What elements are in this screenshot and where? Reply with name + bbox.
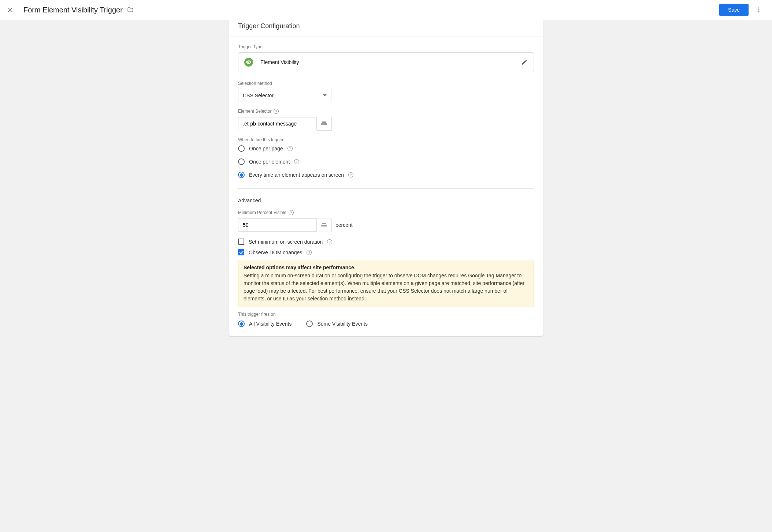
page-title: Form Element Visibility Trigger (23, 6, 123, 14)
performance-warning: Selected options may affect site perform… (238, 260, 534, 307)
radio-input[interactable] (238, 321, 245, 327)
header-right: Save (719, 3, 766, 17)
content-wrapper: Trigger Configuration Trigger Type Eleme… (0, 20, 772, 351)
svg-rect-7 (325, 123, 327, 125)
element-selector-input[interactable] (238, 117, 317, 130)
svg-rect-8 (322, 121, 324, 123)
help-icon[interactable]: ? (348, 172, 353, 177)
fires-on-label: This trigger fires on (238, 312, 534, 317)
brick-icon (321, 223, 327, 227)
selection-method-value: CSS Selector (243, 93, 274, 98)
header-bar: Form Element Visibility Trigger Save (0, 0, 772, 20)
divider (238, 188, 534, 189)
trigger-type-label: Trigger Type (238, 44, 534, 49)
folder-icon[interactable] (127, 7, 134, 13)
card-header: Trigger Configuration (229, 20, 543, 37)
card-body: Trigger Type Element Visibility Selectio… (229, 37, 543, 336)
radio-input[interactable] (238, 172, 245, 178)
svg-point-4 (758, 11, 760, 12)
radio-once-per-page[interactable]: Once per page ? (238, 145, 534, 152)
svg-rect-14 (324, 223, 326, 224)
visibility-icon (244, 58, 253, 67)
advanced-title: Advanced (238, 198, 534, 203)
brick-icon (321, 121, 327, 126)
pencil-icon (521, 59, 528, 65)
help-icon[interactable]: ? (307, 250, 312, 255)
help-icon[interactable]: ? (327, 239, 332, 244)
selection-method-label: Selection Method (238, 81, 534, 86)
min-percent-input[interactable] (238, 218, 317, 232)
fires-on-radio-group: All Visibility Events Some Visibility Ev… (238, 321, 534, 327)
edit-button[interactable] (521, 59, 528, 65)
help-icon[interactable]: ? (287, 146, 293, 151)
warning-text: Setting a minimum on-screen duration or … (244, 272, 528, 303)
checkbox-observe-dom[interactable] (238, 249, 244, 255)
svg-rect-13 (322, 223, 324, 224)
more-vert-icon (756, 7, 762, 13)
close-icon (7, 7, 14, 13)
when-fire-radio-group: Once per page ? Once per element ? Every… (238, 145, 534, 178)
radio-input[interactable] (238, 158, 245, 165)
element-selector-group (238, 117, 534, 131)
svg-rect-11 (323, 225, 325, 226)
checkbox-min-duration[interactable] (238, 239, 244, 245)
trigger-type-selector[interactable]: Element Visibility (238, 52, 534, 72)
svg-point-2 (758, 7, 760, 8)
radio-input[interactable] (238, 145, 245, 152)
radio-input[interactable] (306, 321, 313, 327)
checkbox-observe-dom-row[interactable]: Observe DOM changes ? (238, 249, 534, 255)
config-card: Trigger Configuration Trigger Type Eleme… (229, 20, 543, 336)
when-fire-label: When to fire this trigger (238, 137, 534, 142)
variable-picker-button[interactable] (317, 117, 332, 131)
radio-some-events[interactable]: Some Visibility Events (306, 321, 367, 327)
save-button[interactable]: Save (719, 4, 749, 16)
percent-unit: percent (335, 222, 353, 228)
chevron-down-icon (323, 94, 327, 97)
radio-once-per-element[interactable]: Once per element ? (238, 158, 534, 165)
svg-rect-9 (324, 121, 326, 123)
warning-title: Selected options may affect site perform… (244, 265, 528, 270)
more-menu-button[interactable] (751, 3, 766, 17)
close-button[interactable] (6, 5, 15, 14)
svg-rect-10 (321, 225, 323, 226)
svg-rect-6 (323, 123, 325, 125)
checkbox-min-duration-row[interactable]: Set minimum on-screen duration ? (238, 239, 534, 245)
trigger-type-name: Element Visibility (260, 59, 299, 65)
min-percent-label: Minimum Percent Visible ? (238, 210, 534, 215)
help-icon[interactable]: ? (294, 159, 299, 164)
help-icon[interactable]: ? (274, 109, 279, 114)
selection-method-select[interactable]: CSS Selector (238, 89, 331, 102)
svg-rect-12 (325, 225, 327, 226)
element-selector-label: Element Selector ? (238, 109, 534, 114)
variable-picker-button[interactable] (317, 218, 332, 232)
help-icon[interactable]: ? (289, 210, 294, 215)
min-percent-group: percent (238, 218, 534, 232)
svg-rect-5 (321, 123, 323, 125)
radio-all-events[interactable]: All Visibility Events (238, 321, 292, 327)
svg-point-3 (758, 10, 760, 11)
radio-every-time[interactable]: Every time an element appears on screen … (238, 172, 534, 178)
